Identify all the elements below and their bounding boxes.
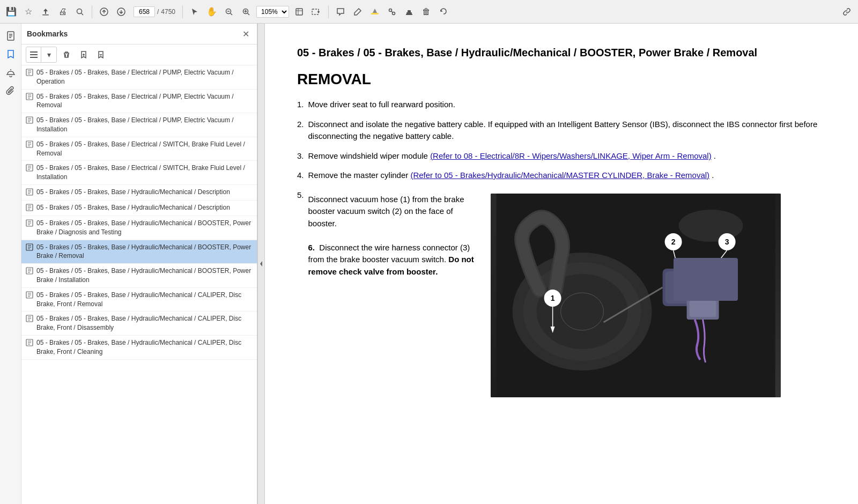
navigate-up-icon[interactable] <box>97 5 111 19</box>
link-icon[interactable] <box>840 5 854 19</box>
bookmark-text: 05 - Brakes / 05 - Brakes, Base / Electr… <box>36 92 253 110</box>
pdf-content: 05 - Brakes / 05 - Brakes, Base / Hydrau… <box>265 24 858 504</box>
bookmark-item[interactable]: 05 - Brakes / 05 - Brakes, Base / Electr… <box>21 137 257 161</box>
bookmark-item[interactable]: 05 - Brakes / 05 - Brakes, Base / Hydrau… <box>21 201 257 216</box>
sidebar-subscribe-icon[interactable] <box>3 64 19 80</box>
bookmarks-close-button[interactable]: ✕ <box>240 28 252 40</box>
svg-marker-59 <box>708 270 713 277</box>
bookmark-file-icon <box>26 164 33 173</box>
section-title: REMOVAL <box>297 71 826 88</box>
bookmark-item-active[interactable]: 05 - Brakes / 05 - Brakes, Base / Hydrau… <box>21 240 257 264</box>
steps-list: 1. Move driver seat to full rearward pos… <box>297 99 826 397</box>
bookmark-file-icon <box>26 243 33 253</box>
sidebar-icons <box>0 24 21 504</box>
bookmarks-title: Bookmarks <box>27 29 68 38</box>
hand-icon[interactable]: ✋ <box>205 5 219 19</box>
bookmark-file-icon <box>26 339 33 348</box>
sidebar-bookmark-icon[interactable] <box>3 46 19 62</box>
marquee-zoom-icon[interactable] <box>309 5 323 19</box>
zoom-select[interactable]: 105% 100% 125% 150% 75% <box>256 6 289 18</box>
step-2: 2. Disconnect and isolate the negative b… <box>297 118 826 143</box>
bookmarks-toolbar: ▾ <box>21 45 257 65</box>
svg-marker-55 <box>676 270 681 277</box>
bookmark-text: 05 - Brakes / 05 - Brakes, Base / Hydrau… <box>36 291 253 309</box>
bookmark-text: 05 - Brakes / 05 - Brakes, Base / Hydrau… <box>36 243 253 261</box>
page-separator: / <box>157 8 159 16</box>
bookmark-goto-button[interactable] <box>93 47 108 62</box>
fit-page-icon[interactable] <box>292 5 306 19</box>
bookmark-text: 05 - Brakes / 05 - Brakes, Base / Electr… <box>36 140 253 158</box>
svg-rect-24 <box>30 51 38 53</box>
step-4: 4. Remove the master cylinder (Refer to … <box>297 169 826 182</box>
sidebar-attach-icon[interactable] <box>3 83 19 99</box>
panel-collapse-button[interactable] <box>257 24 265 504</box>
bookmark-item[interactable]: 05 - Brakes / 05 - Brakes, Base / Electr… <box>21 113 257 137</box>
undo-icon[interactable] <box>437 5 450 19</box>
bookmarks-panel: Bookmarks ✕ ▾ <box>21 24 257 504</box>
bookmark-item[interactable]: 05 - Brakes / 05 - Brakes, Base / Electr… <box>21 90 257 114</box>
bookmark-dropdown-button[interactable]: ▾ <box>41 47 56 62</box>
page-input[interactable]: 658 <box>134 6 155 17</box>
bookmark-add-button[interactable] <box>76 47 91 62</box>
page-total: 4750 <box>161 8 175 16</box>
bookmark-item[interactable]: 05 - Brakes / 05 - Brakes, Base / Hydrau… <box>21 216 257 240</box>
svg-rect-0 <box>42 14 49 16</box>
bookmark-item[interactable]: 05 - Brakes / 05 - Brakes, Base / Hydrau… <box>21 288 257 312</box>
svg-rect-14 <box>371 13 379 14</box>
bookmark-file-icon <box>26 219 33 228</box>
step-1: 1. Move driver seat to full rearward pos… <box>297 99 826 111</box>
upload-icon[interactable] <box>39 5 53 19</box>
svg-rect-18 <box>408 10 411 13</box>
delete-icon[interactable]: 🗑 <box>419 5 433 19</box>
bookmark-file-icon <box>26 204 33 213</box>
search-icon[interactable] <box>73 5 87 19</box>
wiper-link[interactable]: (Refer to 08 - Electrical/8R - Wipers/Wa… <box>430 151 712 160</box>
bookmark-list-view-button[interactable] <box>26 47 41 62</box>
zoom-out-icon[interactable] <box>222 5 236 19</box>
page-navigation: 658 / 4750 <box>134 6 175 17</box>
bookmarks-header: Bookmarks ✕ <box>21 24 257 45</box>
bookmark-item[interactable]: 05 - Brakes / 05 - Brakes, Base / Hydrau… <box>21 312 257 336</box>
main-toolbar: 💾 ☆ 🖨 658 / 4750 ✋ 105% 100% 125% 150% 7… <box>0 0 858 24</box>
comment-icon[interactable] <box>334 5 347 19</box>
main-layout: Bookmarks ✕ ▾ <box>0 24 858 504</box>
navigate-down-icon[interactable] <box>114 5 128 19</box>
cursor-icon[interactable] <box>188 5 202 19</box>
svg-rect-45 <box>665 271 713 303</box>
step-number: 1. <box>297 99 304 111</box>
bookmark-item[interactable]: 05 - Brakes / 05 - Brakes, Base / Hydrau… <box>21 336 257 360</box>
bookmark-file-icon <box>26 315 33 324</box>
bookmark-text: 05 - Brakes / 05 - Brakes, Base / Hydrau… <box>36 188 230 197</box>
step-text: Disconnect and isolate the negative batt… <box>308 118 826 143</box>
brake-booster-image: 1 2 <box>491 194 781 397</box>
bookmark-file-icon <box>26 116 33 125</box>
bookmark-star-icon[interactable]: ☆ <box>21 5 35 19</box>
svg-rect-47 <box>689 301 716 317</box>
bookmark-item[interactable]: 05 - Brakes / 05 - Brakes, Base / Hydrau… <box>21 264 257 288</box>
save-icon[interactable]: 💾 <box>4 5 18 19</box>
zoom-in-icon[interactable] <box>239 5 253 19</box>
pen-icon[interactable] <box>351 5 365 19</box>
bookmark-item[interactable]: 05 - Brakes / 05 - Brakes, Base / Electr… <box>21 65 257 90</box>
highlight-icon[interactable] <box>368 5 382 19</box>
bookmark-item[interactable]: 05 - Brakes / 05 - Brakes, Base / Electr… <box>21 161 257 185</box>
master-cylinder-link[interactable]: (Refer to 05 - Brakes/Hydraulic/Mechanic… <box>410 171 709 180</box>
svg-line-11 <box>248 13 250 15</box>
svg-line-2 <box>82 13 84 15</box>
sidebar-page-icon[interactable] <box>3 28 19 44</box>
svg-rect-26 <box>30 57 38 58</box>
bookmark-file-icon <box>26 93 33 102</box>
bookmarks-list[interactable]: 05 - Brakes / 05 - Brakes, Base / Electr… <box>21 65 257 504</box>
stamp-icon[interactable] <box>402 5 416 19</box>
separator-3 <box>328 5 329 18</box>
tools2-icon[interactable] <box>385 5 399 19</box>
print-icon[interactable]: 🖨 <box>56 5 70 19</box>
bookmark-text: 05 - Brakes / 05 - Brakes, Base / Electr… <box>36 68 253 86</box>
svg-rect-19 <box>406 14 412 15</box>
step-3: 3. Remove windshield wiper module (Refer… <box>297 150 826 162</box>
step-number: 4. <box>297 169 304 182</box>
bookmark-item[interactable]: 05 - Brakes / 05 - Brakes, Base / Hydrau… <box>21 185 257 201</box>
bookmark-text: 05 - Brakes / 05 - Brakes, Base / Hydrau… <box>36 203 230 212</box>
svg-rect-12 <box>296 9 302 15</box>
bookmark-delete-button[interactable] <box>59 47 74 62</box>
